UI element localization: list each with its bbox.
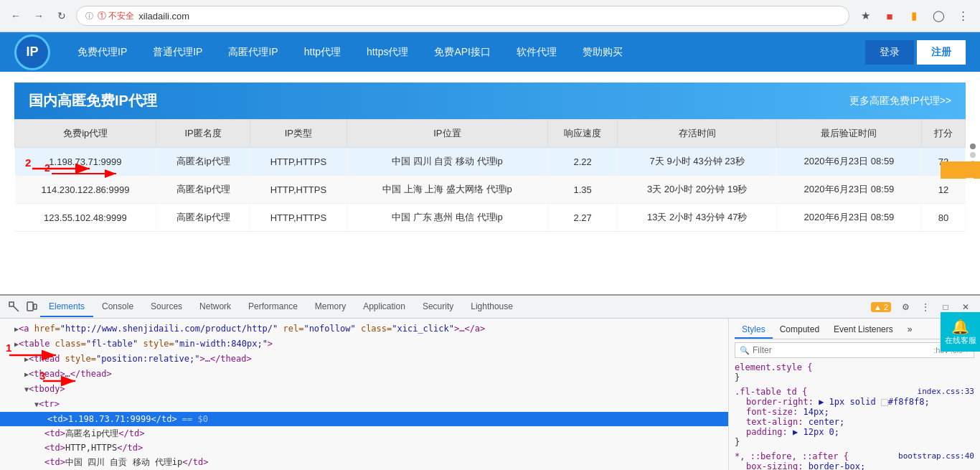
tab-security[interactable]: Security	[414, 297, 462, 317]
section-title: 国内高匿免费IP代理	[29, 91, 157, 111]
settings-button[interactable]: ⚙	[897, 299, 914, 316]
more-options-button[interactable]: ⋮	[917, 299, 934, 316]
browser-chrome: ← → ↻ ⓘ ① 不安全 xiladaili.com ★ ■ ▮ ◯ ⋮	[0, 0, 980, 32]
shield-button[interactable]: ▮	[904, 6, 924, 26]
col-type: IP类型	[250, 120, 347, 148]
nav-item-anon-proxy[interactable]: 高匿代理IP	[215, 32, 291, 72]
refresh-button[interactable]: ↻	[53, 7, 70, 24]
style-rule-element: element.style { }	[735, 362, 974, 382]
html-line-tbody[interactable]: ▼ <tbody>	[0, 382, 728, 397]
html-line-table[interactable]: ▶ <table class="fl-table" style="min-wid…	[0, 337, 728, 352]
devtools-panel: Elements Console Sources Network Perform…	[0, 294, 980, 470]
nav-item-https[interactable]: https代理	[354, 32, 421, 72]
float-support-button[interactable]: 🔔 在线客服	[941, 312, 980, 352]
html-line-td-ip[interactable]: <td>1.198.73.71:9999</td> == $0	[0, 412, 728, 426]
cell-uptime: 13天 2小时 43分钟 47秒	[618, 204, 777, 232]
nav-item-api[interactable]: 免费API接口	[421, 32, 504, 72]
float-buy-button[interactable]: 购买	[941, 161, 980, 179]
cell-anon: 高匿名ip代理	[156, 204, 250, 232]
tab-computed[interactable]: Computed	[773, 321, 826, 339]
col-uptime: 存活时间	[618, 120, 777, 148]
browser-toolbar: ← → ↻ ⓘ ① 不安全 xiladaili.com ★ ■ ▮ ◯ ⋮	[0, 0, 980, 32]
html-line-td-location[interactable]: <td>中国 四川 自贡 移动 代理ip</td>	[0, 455, 728, 469]
account-button[interactable]: ◯	[928, 6, 948, 26]
site-nav: IP 免费代理IP 普通代理IP 高匿代理IP http代理 https代理 免…	[0, 32, 980, 72]
tab-more-styles[interactable]: »	[900, 321, 920, 339]
cell-speed: 2.22	[547, 148, 618, 176]
cell-location: 中国 上海 上海 盛大网络 代理ip	[347, 176, 548, 204]
support-icon: 🔔	[951, 318, 969, 335]
html-line-thead1[interactable]: ▶ <thead style="position:relative;">…</t…	[0, 352, 728, 367]
html-line-thead2[interactable]: ▶ <thead>…</thead>	[0, 367, 728, 382]
nav-item-sponsor[interactable]: 赞助购买	[570, 32, 636, 72]
back-button[interactable]: ←	[7, 7, 24, 24]
tab-sources[interactable]: Sources	[142, 297, 191, 317]
site-logo: IP	[14, 34, 50, 70]
dot-2[interactable]	[970, 152, 976, 158]
menu-button[interactable]: ⋮	[953, 6, 973, 26]
page-content: IP 免费代理IP 普通代理IP 高匿代理IP http代理 https代理 免…	[0, 32, 980, 294]
html-line-td-type[interactable]: <td>HTTP,HTTPS</td>	[0, 441, 728, 455]
inspect-element-button[interactable]	[6, 299, 23, 316]
cell-lastcheck: 2020年6月23日 08:59	[776, 148, 921, 176]
table-row[interactable]: 123.55.102.48:9999 高匿名ip代理 HTTP,HTTPS 中国…	[15, 204, 966, 232]
cell-type: HTTP,HTTPS	[250, 148, 347, 176]
styles-filter-input[interactable]	[753, 345, 933, 355]
register-button[interactable]: 注册	[917, 40, 966, 65]
style-rule-bootstrap: *, ::before, ::after { bootstrap.css:40 …	[735, 451, 974, 470]
forward-button[interactable]: →	[30, 7, 47, 24]
styles-filter: 🔍 :hov .cls +	[735, 342, 974, 358]
style-prop-padding: padding: ▶ 12px 0;	[735, 427, 974, 437]
security-icon: ⓘ	[85, 11, 93, 22]
nav-item-http[interactable]: http代理	[291, 32, 354, 72]
tab-console[interactable]: Console	[93, 297, 142, 317]
table-row[interactable]: 1.198.73.71:9999 高匿名ip代理 HTTP,HTTPS 中国 四…	[15, 148, 966, 176]
cell-ip: 114.230.122.86:9999	[15, 176, 156, 204]
cell-ip: 1.198.73.71:9999	[15, 148, 156, 176]
cell-anon: 高匿名ip代理	[156, 176, 250, 204]
svg-line-3	[14, 306, 19, 311]
tab-network[interactable]: Network	[191, 297, 240, 317]
toolbar-icons: ★ ■ ▮ ◯ ⋮	[855, 6, 973, 26]
nav-item-software[interactable]: 软件代理	[504, 32, 570, 72]
section-more-link[interactable]: 更多高匿免费IP代理>>	[849, 95, 951, 108]
html-line-link[interactable]: ▶ <a href="http://www.shenjidaili.com/pr…	[0, 321, 728, 337]
nav-item-free-proxy[interactable]: 免费代理IP	[65, 32, 140, 72]
cell-speed: 1.35	[547, 176, 618, 204]
device-toolbar-button[interactable]	[23, 299, 40, 316]
cell-type: HTTP,HTTPS	[250, 204, 347, 232]
tab-event-listeners[interactable]: Event Listeners	[826, 321, 900, 339]
scroll-area[interactable]: 免费ip代理 IP匿名度 IP类型 IP位置 响应速度 存活时间 最后验证时间 …	[14, 119, 966, 232]
extension-button[interactable]: ■	[880, 6, 900, 26]
tab-performance[interactable]: Performance	[240, 297, 306, 317]
login-button[interactable]: 登录	[865, 40, 914, 65]
table-row[interactable]: 114.230.122.86:9999 高匿名ip代理 HTTP,HTTPS 中…	[15, 176, 966, 204]
html-line-td-anon[interactable]: <td>高匿名ip代理</td>	[0, 426, 728, 441]
cell-score: 80	[922, 204, 966, 232]
tab-application[interactable]: Application	[354, 297, 414, 317]
tab-elements[interactable]: Elements	[40, 297, 93, 317]
tab-memory[interactable]: Memory	[306, 297, 354, 317]
tab-styles[interactable]: Styles	[735, 321, 773, 339]
proxy-table: 免费ip代理 IP匿名度 IP类型 IP位置 响应速度 存活时间 最后验证时间 …	[14, 119, 966, 232]
devtools-toolbar: Elements Console Sources Network Perform…	[0, 296, 980, 319]
cell-ip: 123.55.102.48:9999	[15, 204, 156, 232]
address-bar[interactable]: ⓘ ① 不安全 xiladaili.com	[76, 6, 849, 26]
style-prop-textalign: text-align: center;	[735, 417, 974, 427]
rule-selector: element.style {	[735, 362, 974, 372]
svg-rect-2	[9, 302, 14, 306]
col-anon: IP匿名度	[156, 120, 250, 148]
html-line-tr[interactable]: ▼ <tr>	[0, 397, 728, 412]
styles-tabs: Styles Computed Event Listeners »	[735, 321, 974, 339]
cell-location: 中国 四川 自贡 移动 代理ip	[347, 148, 548, 176]
tab-lighthouse[interactable]: Lighthouse	[462, 297, 522, 317]
rule-close: }	[735, 372, 974, 382]
nav-item-normal-proxy[interactable]: 普通代理IP	[140, 32, 215, 72]
bookmark-button[interactable]: ★	[855, 6, 875, 26]
elements-panel[interactable]: ▶ <a href="http://www.shenjidaili.com/pr…	[0, 319, 729, 470]
dot-1[interactable]	[970, 144, 976, 149]
style-prop-fontsize: font-size: 14px;	[735, 407, 974, 417]
support-label: 在线客服	[945, 335, 976, 346]
url-domain: xiladaili.com	[138, 11, 189, 22]
style-rule-fl-table: .fl-table td { index.css:33 border-right…	[735, 387, 974, 447]
